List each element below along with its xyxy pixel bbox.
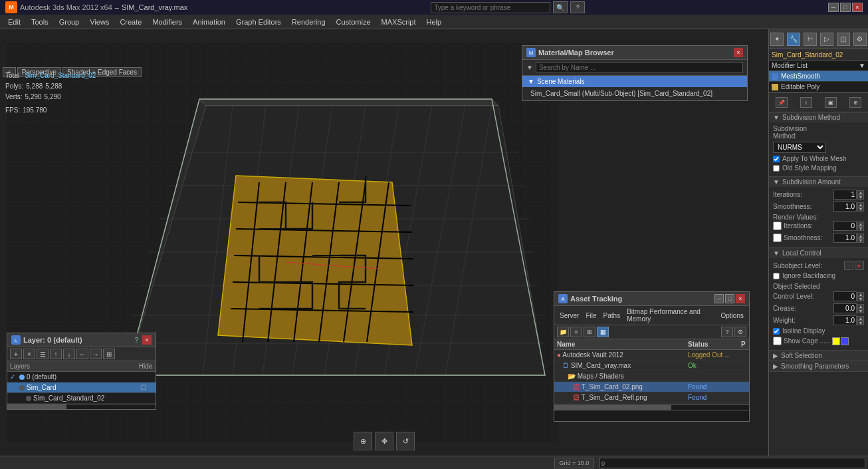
control-level-up[interactable]: ▲ <box>857 292 864 297</box>
layer-scrollbar[interactable] <box>7 404 156 409</box>
layer-item-0[interactable]: ✓ 0 (default) <box>7 372 156 383</box>
at-menu-paths[interactable]: Paths <box>601 311 623 320</box>
iterations-down[interactable]: ▼ <box>857 195 864 200</box>
at-menu-file[interactable]: File <box>583 311 599 320</box>
menu-tools[interactable]: Tools <box>26 17 54 27</box>
control-level-input[interactable] <box>833 291 857 301</box>
at-settings-btn[interactable]: ⚙ <box>734 327 746 337</box>
layer-left-btn[interactable]: ← <box>76 349 88 359</box>
layer-up-btn[interactable]: ↑ <box>50 349 62 359</box>
layer-item-sim-standard[interactable]: ✓ Sim_Card_Standard_02 <box>7 393 156 404</box>
at-menu-bitmap[interactable]: Bitmap Performance and Memory <box>624 307 716 323</box>
smoothness-down[interactable]: ▼ <box>857 207 864 212</box>
smoothness-input[interactable] <box>833 202 857 212</box>
menu-graph-editors[interactable]: Graph Editors <box>231 17 286 27</box>
menu-create[interactable]: Create <box>114 17 147 27</box>
at-btn-1[interactable]: 📁 <box>557 327 569 337</box>
show-cage-checkbox[interactable] <box>773 337 782 345</box>
smoothing-params-header[interactable]: ▶ Smoothing Parameters <box>769 361 868 371</box>
asset-track-maximize[interactable]: □ <box>725 294 734 303</box>
mod-show-btn[interactable]: ▣ <box>825 97 837 108</box>
render-iterations-input[interactable] <box>833 221 857 231</box>
search-button[interactable]: 🔍 <box>553 1 568 13</box>
local-control-header[interactable]: ▼ Local Control <box>769 248 868 258</box>
menu-modifiers[interactable]: Modifiers <box>147 17 187 27</box>
nav-zoom[interactable]: ⊕ <box>354 432 372 450</box>
asset-path-field[interactable] <box>557 412 746 420</box>
asset-row-t-simcard-refl[interactable]: 🖼 T_Sim_Card_Refl.png Found <box>554 392 749 403</box>
crease-down[interactable]: ▼ <box>857 309 864 313</box>
mod-pin-btn[interactable]: 📌 <box>776 97 788 108</box>
layer-dialog-help[interactable]: ? <box>134 337 138 344</box>
menu-maxscript[interactable]: MAXScript <box>376 17 421 27</box>
mod-funnel-btn[interactable]: ⊕ <box>849 97 861 108</box>
control-level-down[interactable]: ▼ <box>857 297 864 301</box>
layer-scroll-thumb[interactable] <box>7 404 66 409</box>
at-help-btn[interactable]: ? <box>721 327 733 337</box>
nav-orbit[interactable]: ↺ <box>396 432 415 450</box>
at-btn-4[interactable]: ▦ <box>597 327 609 337</box>
create-icon[interactable]: ✦ <box>770 33 784 46</box>
menu-views[interactable]: Views <box>84 17 114 27</box>
mat-browser-search-input[interactable] <box>536 62 743 73</box>
layer-down-btn[interactable]: ↓ <box>63 349 75 359</box>
at-menu-server[interactable]: Server <box>557 311 582 320</box>
utilities-icon[interactable]: ⚙ <box>853 33 867 46</box>
weight-input[interactable] <box>833 315 857 325</box>
menu-rendering[interactable]: Rendering <box>286 17 331 27</box>
at-btn-2[interactable]: ≡ <box>570 327 582 337</box>
layer-expand-btn[interactable]: ⊞ <box>103 349 115 359</box>
asset-track-scroll-thumb[interactable] <box>554 405 671 410</box>
mod-lock-btn[interactable]: I <box>800 97 812 108</box>
soft-selection-header[interactable]: ▶ Soft Selection <box>769 351 868 361</box>
menu-animation[interactable]: Animation <box>187 17 231 27</box>
subobj-btn-1[interactable]: · <box>844 261 853 270</box>
subdivision-amount-header[interactable]: ▼ Subdivision Amount <box>769 177 868 187</box>
render-smoothness-input[interactable] <box>833 233 857 243</box>
render-smoothness-down[interactable]: ▼ <box>857 238 864 243</box>
minimize-button[interactable]: ─ <box>828 3 839 12</box>
crease-input[interactable] <box>833 303 857 313</box>
old-style-mapping-checkbox[interactable] <box>773 165 780 172</box>
modifier-list-arrow[interactable]: ▼ <box>859 62 865 69</box>
close-button[interactable]: × <box>852 3 863 12</box>
asset-track-minimize[interactable]: ─ <box>714 294 724 303</box>
asset-track-close[interactable]: × <box>736 294 745 303</box>
subdivision-method-header[interactable]: ▼ Subdivision Method <box>769 112 868 122</box>
render-iterations-up[interactable]: ▲ <box>857 222 864 226</box>
asset-row-maps[interactable]: 📂 Maps / Shaders <box>554 371 749 382</box>
nav-pan[interactable]: ✥ <box>375 432 393 450</box>
apply-whole-mesh-checkbox[interactable] <box>773 156 780 162</box>
window-controls[interactable]: ─ □ × <box>828 3 863 12</box>
mat-browser-close[interactable]: × <box>734 48 743 57</box>
iterations-input[interactable] <box>833 190 857 200</box>
mat-browser-item-0[interactable]: Sim_Card_Small (Multi/Sub-Object) [Sim_C… <box>522 87 747 100</box>
search-input[interactable] <box>431 2 550 13</box>
crease-up[interactable]: ▲ <box>857 304 864 309</box>
layer-menu-btn[interactable]: ☰ <box>37 349 49 359</box>
asset-row-simcard[interactable]: 🗒 SIM_Card_vray.max Ok <box>554 361 749 371</box>
render-iterations-down[interactable]: ▼ <box>857 226 864 231</box>
asset-track-scrollbar[interactable] <box>554 404 749 410</box>
iterations-up[interactable]: ▲ <box>857 190 864 195</box>
render-smoothness-checkbox[interactable] <box>773 234 782 242</box>
menu-customize[interactable]: Customize <box>331 17 376 27</box>
weight-up[interactable]: ▲ <box>857 316 864 321</box>
layer-item-sim-card[interactable]: ✓ Sim_Card ☐ <box>7 383 156 393</box>
layer-add-btn[interactable]: + <box>10 349 22 359</box>
maximize-button[interactable]: □ <box>840 3 851 12</box>
hierarchy-icon[interactable]: ⊢ <box>804 33 817 46</box>
render-smoothness-up[interactable]: ▲ <box>857 234 864 238</box>
motion-icon[interactable]: ▷ <box>820 33 833 46</box>
grid-btn[interactable]: Grid = 10.0 <box>554 458 594 468</box>
modifier-item-meshsmooth[interactable]: MeshSmooth <box>769 71 868 82</box>
layer-delete-btn[interactable]: × <box>23 349 35 359</box>
modifier-item-editable-poly[interactable]: Editable Poly <box>769 82 868 92</box>
modify-icon[interactable]: 🔧 <box>787 33 800 46</box>
at-menu-options[interactable]: Options <box>718 311 746 320</box>
menu-group[interactable]: Group <box>54 17 85 27</box>
layer-right-btn[interactable]: → <box>90 349 102 359</box>
at-btn-3[interactable]: ⊞ <box>584 327 596 337</box>
asset-row-t-simcard-02[interactable]: 🖼 T_Sim_Card_02.png Found <box>554 382 749 392</box>
right-panel-scroll[interactable]: ▼ Subdivision Method Subdivision Method:… <box>769 112 868 456</box>
